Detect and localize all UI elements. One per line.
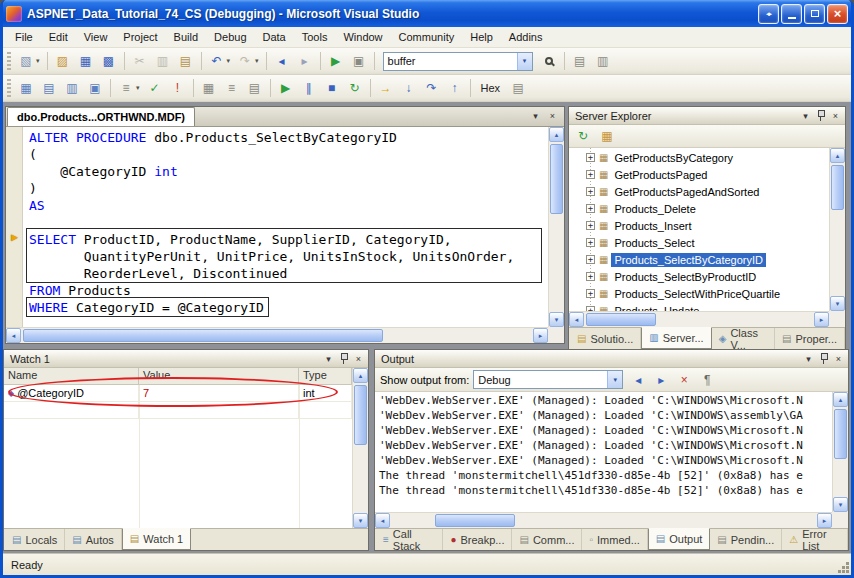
tree-item-products-selectbyproductid[interactable]: +▦Products_SelectByProductID [569, 268, 829, 285]
copy-icon[interactable]: ▥ [152, 51, 174, 71]
find-combo[interactable]: buffer▾ [383, 52, 533, 71]
tree-item-products-update[interactable]: +▦Products_Update [569, 302, 829, 311]
auto-hide-button[interactable] [816, 352, 831, 366]
tree-item-getproductspagedandsorted[interactable]: +▦GetProductsPagedAndSorted [569, 183, 829, 200]
server-area-tab-proper[interactable]: ▤Proper... [775, 328, 845, 349]
redo-icon-dropdown-icon[interactable]: ▾ [255, 57, 259, 65]
toolbar-grip[interactable] [7, 52, 11, 70]
minimize-button[interactable] [781, 4, 802, 24]
expand-plus-icon[interactable]: + [586, 238, 595, 247]
scroll-up-button[interactable]: ▴ [549, 127, 564, 142]
restore-button[interactable] [804, 4, 825, 24]
menu-item-file[interactable]: File [7, 28, 41, 46]
menu-item-window[interactable]: Window [335, 28, 390, 46]
verify-sql-icon[interactable]: ✓ [144, 78, 166, 98]
close-button[interactable]: × [827, 4, 848, 24]
add-group-by-icon[interactable]: ≡ [221, 78, 243, 98]
output-area-tab-comm[interactable]: ▤Comm... [512, 529, 582, 550]
start-debugging-icon[interactable]: ▶ [325, 51, 347, 71]
step-over-icon[interactable]: ↷ [421, 78, 443, 98]
window-switch-button[interactable]: ◂▸ [758, 4, 779, 24]
menu-item-help[interactable]: Help [462, 28, 501, 46]
add-new-item-icon[interactable]: ▧ [15, 51, 37, 71]
editor-horizontal-scrollbar[interactable]: ◂ ▸ [6, 327, 548, 343]
menu-item-addins[interactable]: Addins [501, 28, 551, 46]
output-vertical-scrollbar[interactable]: ▴ ▾ [832, 392, 848, 512]
scroll-right-button[interactable]: ▸ [533, 328, 548, 343]
menu-item-debug[interactable]: Debug [206, 28, 254, 46]
window-position-button[interactable]: ▾ [321, 352, 336, 366]
expand-plus-icon[interactable]: + [586, 255, 595, 264]
auto-hide-button[interactable] [813, 109, 828, 123]
expand-plus-icon[interactable]: + [586, 153, 595, 162]
watch-column-value[interactable]: Value [139, 368, 299, 384]
word-wrap-icon[interactable]: ¶ [696, 370, 718, 390]
show-next-statement-icon[interactable]: → [375, 78, 397, 98]
scroll-down-button[interactable]: ▾ [549, 312, 564, 327]
tree-vertical-scrollbar[interactable]: ▴ ▾ [829, 148, 845, 311]
tree-item-getproductspaged[interactable]: +▦GetProductsPaged [569, 166, 829, 183]
document-list-button[interactable]: ▾ [528, 109, 543, 123]
menu-item-data[interactable]: Data [255, 28, 294, 46]
server-area-tab-class-v[interactable]: ◈Class V... [712, 328, 775, 349]
break-all-icon[interactable]: ∥ [298, 78, 320, 98]
scrollbar-thumb[interactable] [586, 313, 656, 326]
navigate-forward-icon[interactable]: ▸ [294, 51, 316, 71]
step-out-icon[interactable]: ↑ [444, 78, 466, 98]
show-diagram-pane-icon[interactable]: ▦ [15, 78, 37, 98]
scrollbar-thumb[interactable] [354, 385, 367, 445]
find-combo-dropdown-icon[interactable]: ▾ [517, 53, 532, 70]
show-results-pane-icon[interactable]: ▣ [84, 78, 106, 98]
watch-area-tab-watch-1[interactable]: ▤Watch 1 [122, 528, 191, 550]
undo-icon[interactable]: ↶ [206, 51, 228, 71]
output-area-tab-output[interactable]: ▤Output [648, 528, 710, 550]
output-titlebar[interactable]: Output ▾ × [375, 350, 848, 368]
stop-debugging-icon[interactable]: ■ [321, 78, 343, 98]
show-criteria-pane-icon[interactable]: ▤ [38, 78, 60, 98]
prev-message-icon[interactable]: ◂ [627, 370, 649, 390]
watch-vertical-scrollbar[interactable]: ▴ ▾ [352, 368, 368, 528]
tree-item-products-selectwithpricequartile[interactable]: +▦Products_SelectWithPriceQuartile [569, 285, 829, 302]
document-tab[interactable]: dbo.Products...ORTHWND.MDF) [7, 107, 195, 126]
tree-item-products-delete[interactable]: +▦Products_Delete [569, 200, 829, 217]
watch-titlebar[interactable]: Watch 1 ▾ × [4, 350, 368, 368]
scroll-right-button[interactable]: ▸ [814, 312, 829, 327]
scrollbar-thumb[interactable] [831, 165, 844, 210]
solution-explorer-icon[interactable]: ▤ [569, 51, 591, 71]
tree-horizontal-scrollbar[interactable]: ◂ ▸ [569, 311, 829, 327]
menu-item-community[interactable]: Community [391, 28, 463, 46]
change-type-icon-dropdown-icon[interactable]: ▾ [136, 84, 140, 92]
output-area-tab-error-list[interactable]: ⚠Error List [782, 529, 848, 550]
window-position-button[interactable]: ▾ [801, 352, 816, 366]
scroll-left-button[interactable]: ◂ [6, 328, 21, 343]
properties-window-icon[interactable]: ▥ [592, 51, 614, 71]
scrollbar-thumb[interactable] [435, 514, 515, 527]
watch-area-tab-autos[interactable]: ▤Autos [65, 529, 122, 550]
add-new-item-icon-dropdown-icon[interactable]: ▾ [36, 57, 40, 65]
server-area-tab-solutio[interactable]: ▤Solutio... [570, 328, 641, 349]
document-close-button[interactable]: × [545, 109, 560, 123]
output-area-tab-immed[interactable]: ▫Immed... [582, 529, 647, 550]
redo-icon[interactable]: ↷ [234, 51, 256, 71]
clear-all-icon[interactable]: × [673, 370, 695, 390]
resize-grip[interactable] [837, 561, 849, 573]
expand-plus-icon[interactable]: + [586, 306, 595, 311]
solution-platforms-icon[interactable]: ▣ [348, 51, 370, 71]
toolbar-grip[interactable] [7, 79, 11, 97]
scroll-up-button[interactable]: ▴ [830, 148, 845, 163]
save-icon[interactable]: ▦ [75, 51, 97, 71]
scrollbar-thumb[interactable] [834, 409, 847, 459]
open-file-icon[interactable]: ▨ [52, 51, 74, 71]
menu-item-build[interactable]: Build [166, 28, 206, 46]
scroll-left-button[interactable]: ◂ [375, 513, 390, 528]
tree-item-products-selectbycategoryid[interactable]: +▦Products_SelectByCategoryID [569, 251, 829, 268]
expand-plus-icon[interactable]: + [586, 272, 595, 281]
watch-area-tab-locals[interactable]: ▤Locals [5, 529, 65, 550]
menu-item-project[interactable]: Project [115, 28, 165, 46]
add-table-icon[interactable]: ▦ [198, 78, 220, 98]
window-position-button[interactable]: ▾ [798, 109, 813, 123]
find-icon[interactable] [538, 51, 560, 71]
expand-plus-icon[interactable]: + [586, 221, 595, 230]
expand-plus-icon[interactable]: + [586, 170, 595, 179]
expand-plus-icon[interactable]: + [586, 187, 595, 196]
